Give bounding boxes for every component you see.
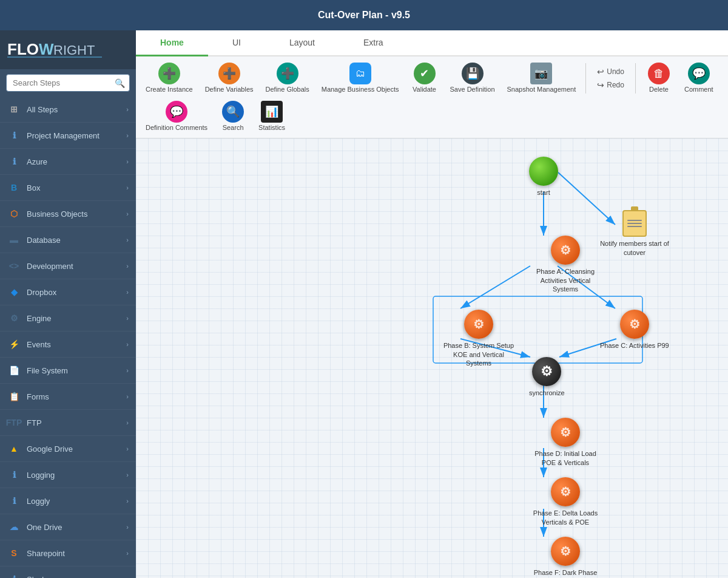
sidebar-label-events: Events [27,340,126,349]
content-area: Home UI Layout Extra ➕ Create Instance ➕… [136,30,728,578]
tab-layout[interactable]: Layout [265,30,339,56]
sidebar-item-ftp[interactable]: FTP FTP › [0,410,136,436]
definition-comments-button[interactable]: 💬 Definition Comments [141,98,212,134]
sidebar-icon-azure: ℹ [7,155,21,168]
sidebar-label-file-system: File System [27,366,126,375]
redo-label: Redo [607,81,624,89]
node-phase-f[interactable]: ⚙ Phase F: Dark Phase Verticals [529,537,602,578]
sidebar-item-database[interactable]: ▬ Database › [0,227,136,253]
sidebar-label-business-objects: Business Objects [27,209,126,219]
tab-home[interactable]: Home [136,30,208,56]
sidebar-item-project-management[interactable]: ℹ Project Management › [0,123,136,149]
define-globals-button[interactable]: ➕ Define Globals [261,60,314,96]
tab-ui[interactable]: UI [208,30,265,56]
search-input[interactable] [6,74,130,92]
sidebar-item-one-drive[interactable]: ☁ One Drive › [0,514,136,540]
comment-icon: 💬 [688,63,710,84]
sidebar-item-google-drive[interactable]: ▲ Google Drive › [0,436,136,462]
sidebar-chevron-one-drive: › [126,523,129,531]
sidebar-chevron-google-drive: › [126,445,129,452]
sidebar-chevron-sharepoint: › [126,549,129,557]
sidebar-item-azure[interactable]: ℹ Azure › [0,149,136,175]
sidebar-item-loggly[interactable]: ℹ Loggly › [0,488,136,514]
sidebar-item-events[interactable]: ⚡ Events › [0,332,136,358]
sidebar-label-dropbox: Dropbox [27,288,126,297]
validate-label: Validate [413,86,436,93]
node-phase-b[interactable]: ⚙ Phase B: System Setup KOE and Vertical… [442,310,515,367]
phase-d-circle: ⚙ [551,418,580,447]
sidebar-icon-box: B [7,181,21,194]
define-globals-icon: ➕ [277,63,298,84]
tab-extra[interactable]: Extra [339,30,408,56]
phase-b-circle: ⚙ [464,310,493,339]
sidebar-item-slack[interactable]: ℹ Slack › [0,566,136,578]
sidebar-icon-all-steps: ⊞ [7,103,21,116]
toolbar: ➕ Create Instance ➕ Define Variables ➕ D… [136,56,728,138]
node-synchronize[interactable]: ⚙ synchronize [529,357,565,397]
canvas-area[interactable]: start Notify members start of cutover [136,138,728,578]
sidebar-item-sharepoint[interactable]: S Sharepoint › [0,540,136,566]
sidebar-chevron-dropbox: › [126,288,129,296]
sidebar-chevron-file-system: › [126,367,129,374]
sidebar-item-engine[interactable]: ⚙ Engine › [0,305,136,332]
node-notify[interactable]: Notify members start of cutover [598,210,671,257]
create-instance-button[interactable]: ➕ Create Instance [141,60,198,96]
undo-button[interactable]: ↩ Undo [595,66,627,78]
svg-text:RIGHT: RIGHT [53,42,95,58]
phase-b-label: Phase B: System Setup KOE and Vertical S… [442,341,515,367]
phase-d-label: Phase D: Initial Load POE & Verticals [529,449,602,467]
validate-button[interactable]: ✔ Validate [406,60,443,96]
sidebar-item-development[interactable]: <> Development › [0,253,136,279]
delete-button[interactable]: 🗑 Delete [641,60,677,96]
sidebar-item-business-objects[interactable]: ⬡ Business Objects › [0,201,136,227]
define-variables-label: Define Variables [205,86,254,93]
sidebar-item-logging[interactable]: ℹ Logging › [0,462,136,488]
sidebar-item-dropbox[interactable]: ◆ Dropbox › [0,279,136,305]
sidebar-items-list: ⊞ All Steps › ℹ Project Management › ℹ A… [0,97,136,578]
node-phase-e[interactable]: ⚙ Phase E: Delta Loads Verticals & POE [529,477,602,526]
sidebar-chevron-azure: › [126,158,129,165]
sidebar-item-forms[interactable]: 📋 Forms › [0,384,136,410]
snapshot-management-button[interactable]: 📷 Snapshot Management [502,60,581,96]
sidebar-icon-one-drive: ☁ [7,520,21,534]
define-globals-label: Define Globals [266,86,309,93]
sidebar-label-all-steps: All Steps [27,105,126,114]
sidebar-icon-business-objects: ⬡ [7,207,21,220]
sidebar-label-slack: Slack [27,575,126,579]
node-phase-a[interactable]: ⚙ Phase A: Cleansing Activities Vertical… [529,236,602,293]
manage-bo-label: Manage Business Objects [322,86,399,93]
node-start[interactable]: start [529,157,558,197]
redo-button[interactable]: ↪ Redo [595,79,627,91]
toolbar-divider-1 [585,63,586,93]
sidebar-label-project-management: Project Management [27,131,126,140]
sidebar-label-development: Development [27,262,126,271]
comment-button[interactable]: 💬 Comment [679,60,718,96]
search-button[interactable]: 🔍 Search [215,98,251,134]
sidebar-item-box[interactable]: B Box › [0,175,136,201]
statistics-button[interactable]: 📊 Statistics [254,98,290,134]
sidebar-chevron-business-objects: › [126,210,129,217]
search-container: 🔍 [0,69,136,97]
sidebar: FLO W RIGHT 🔍 ⊞ All Steps › ℹ Project Ma… [0,30,136,578]
sidebar-chevron-slack: › [126,576,129,578]
start-circle [529,157,558,186]
define-variables-button[interactable]: ➕ Define Variables [200,60,258,96]
delete-icon: 🗑 [648,63,670,84]
sidebar-label-ftp: FTP [27,418,126,427]
app-title: Cut-Over Plan - v9.5 [318,10,410,21]
manage-business-objects-button[interactable]: 🗂 Manage Business Objects [317,60,404,96]
phase-c-circle: ⚙ [620,310,649,339]
sidebar-chevron-box: › [126,184,129,191]
statistics-label: Statistics [258,124,285,132]
sidebar-item-file-system[interactable]: 📄 File System › [0,358,136,384]
redo-icon: ↪ [597,80,604,90]
sidebar-item-all-steps[interactable]: ⊞ All Steps › [0,97,136,123]
node-phase-c[interactable]: ⚙ Phase C: Activities P99 [600,310,669,350]
sidebar-icon-slack: ℹ [7,573,21,578]
node-phase-d[interactable]: ⚙ Phase D: Initial Load POE & Verticals [529,418,602,467]
sidebar-icon-google-drive: ▲ [7,442,21,455]
phase-a-circle: ⚙ [551,236,580,265]
phase-f-circle: ⚙ [551,537,580,566]
search-icon: 🔍 [115,78,125,88]
save-definition-button[interactable]: 💾 Save Definition [445,60,500,96]
